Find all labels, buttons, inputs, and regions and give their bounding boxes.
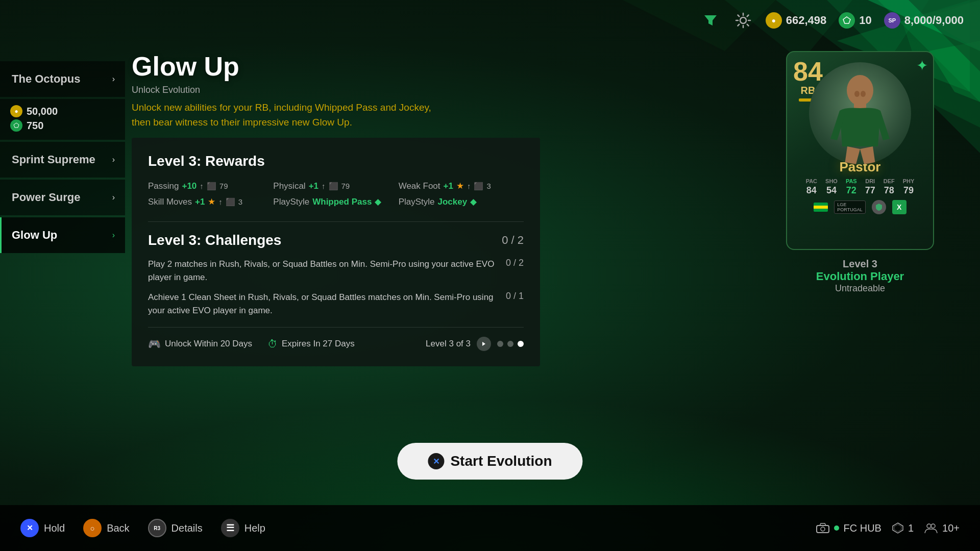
sidebar-item-power[interactable]: Power Surge › — [0, 180, 125, 215]
sidebar-costs: ● 50,000 750 — [0, 99, 125, 140]
nav-players: 10+ — [942, 522, 960, 534]
sidebar-item-glowup[interactable]: Glow Up › — [0, 217, 125, 253]
hud-currency-2: 10 — [839, 12, 871, 29]
main-content-header: Glow Up Unlock Evolution Unlock new abil… — [132, 51, 439, 130]
nav-count-wrap: 1 — [892, 522, 914, 534]
reward-physical: Physical +1 ↑ ⬛ 79 — [273, 181, 398, 191]
challenge-2: Achieve 1 Clean Sheet in Rush, Rivals, o… — [148, 291, 524, 317]
reward-passing: Passing +10 ↑ ⬛ 79 — [148, 181, 273, 191]
level-nav: Level 3 of 3 — [426, 337, 524, 351]
menu-button[interactable]: ☰ — [221, 519, 239, 537]
card-stats: PAC 84 SHO 54 PAS 72 DRI 77 DEF 78 PHY 7… — [801, 178, 920, 196]
x-button[interactable]: ✕ — [20, 519, 39, 537]
nav-players-wrap: 10+ — [924, 522, 960, 534]
stat-def: DEF 78 — [884, 178, 895, 196]
club-badge: LGEPORTUGAL — [834, 201, 865, 214]
start-evolution-button[interactable]: ✕ Start Evolution — [397, 443, 582, 480]
cost-token-value: 750 — [27, 120, 43, 132]
card-level-info: Level 3 Evolution Player Untradeable — [816, 258, 904, 294]
svg-point-12 — [740, 17, 746, 23]
hud-currency-1: ● 662,498 — [766, 12, 827, 29]
reward-skillmoves: Skill Moves +1 ★ ↑ ⬛ 3 — [148, 196, 273, 207]
level-dots — [497, 341, 524, 347]
challenges-header: Level 3: Challenges 0 / 2 — [148, 232, 524, 248]
evo-star-icon: ✦ — [916, 57, 928, 74]
cost-coin-icon: ● — [10, 105, 22, 117]
back-label: Back — [107, 522, 129, 534]
expires-days-text: Expires In 27 Days — [282, 339, 355, 349]
svg-point-19 — [861, 91, 866, 97]
footer-info: 🎮 Unlock Within 20 Days ⏱ Expires In 27 … — [148, 338, 355, 350]
evo-badge-icon: X — [892, 200, 906, 214]
r3-button[interactable]: R3 — [148, 519, 166, 537]
start-evolution-label: Start Evolution — [450, 453, 552, 469]
nav-back: ○ Back — [83, 519, 129, 537]
divider — [148, 221, 524, 222]
svg-point-21 — [821, 527, 825, 531]
expires-icon: ⏱ — [267, 338, 278, 350]
green-dot — [834, 525, 839, 531]
player-photo-bg — [809, 62, 911, 164]
stat-pac: PAC 84 — [806, 178, 817, 196]
unlock-days: 🎮 Unlock Within 20 Days — [148, 338, 252, 350]
level-dot-1[interactable] — [497, 341, 503, 347]
svg-point-25 — [931, 524, 935, 528]
hold-label: Hold — [44, 522, 65, 534]
stat-phy: PHY 79 — [903, 178, 915, 196]
stat-sho: SHO 54 — [825, 178, 838, 196]
rewards-title: Level 3: Rewards — [148, 153, 524, 169]
nav-help: ☰ Help — [221, 519, 265, 537]
details-label: Details — [172, 522, 203, 534]
level-nav-btn[interactable] — [477, 337, 491, 351]
shield-icon — [872, 200, 886, 214]
level-dot-2[interactable] — [507, 341, 513, 347]
fc-hub-wrap[interactable]: FC HUB — [816, 522, 881, 534]
sidebar-item-label: Glow Up — [12, 229, 57, 242]
circle-button[interactable]: ○ — [83, 519, 102, 537]
reward-weakfoot: Weak Foot +1 ★ ↑ ⬛ 3 — [399, 181, 524, 191]
sidebar-item-octopus[interactable]: The Octopus › — [0, 61, 125, 97]
unlock-icon: 🎮 — [148, 338, 161, 350]
top-hud: ● 662,498 10 SP 8,000/9,000 — [700, 0, 980, 41]
card-level-sub: Untradeable — [816, 283, 904, 294]
challenge-2-text: Achieve 1 Clean Sheet in Rush, Rivals, o… — [148, 291, 495, 317]
challenge-1-text: Play 2 matches in Rush, Rivals, or Squad… — [148, 258, 495, 284]
stat-pas: PAS 72 — [846, 178, 857, 196]
sidebar-arrow: › — [112, 74, 115, 84]
nav-details: R3 Details — [148, 519, 203, 537]
sidebar-arrow: › — [112, 155, 115, 164]
svg-marker-11 — [704, 15, 717, 26]
cost-token-icon — [10, 119, 22, 132]
sidebar-item-label: Power Surge — [12, 191, 80, 204]
filter-icon[interactable] — [700, 10, 721, 31]
fc-hub-label: FC HUB — [843, 522, 881, 534]
rewards-panel: Level 3: Rewards Passing +10 ↑ ⬛ 79 Phys… — [132, 138, 540, 366]
coin-icon: ● — [766, 12, 782, 29]
challenge-2-progress: 0 / 1 — [506, 291, 524, 302]
cost-row-token: 750 — [10, 119, 115, 132]
page-subtitle: Unlock Evolution — [132, 85, 439, 95]
hud-currency-sp: SP 8,000/9,000 — [884, 12, 964, 29]
cost-coin-value: 50,000 — [27, 106, 58, 117]
settings-icon[interactable] — [733, 10, 753, 31]
svg-point-24 — [927, 524, 931, 528]
sidebar: The Octopus › ● 50,000 750 Sprint Suprem… — [0, 61, 125, 253]
flag-brazil — [814, 203, 828, 212]
coin-value: 662,498 — [786, 14, 827, 27]
svg-rect-20 — [817, 525, 829, 533]
panel-footer: 🎮 Unlock Within 20 Days ⏱ Expires In 27 … — [148, 327, 524, 351]
level-dot-3[interactable] — [518, 341, 524, 347]
stat-dri: DRI 77 — [865, 178, 875, 196]
nav-count: 1 — [908, 522, 914, 534]
help-label: Help — [244, 522, 265, 534]
nav-hold: ✕ Hold — [20, 519, 65, 537]
svg-marker-15 — [482, 342, 485, 346]
x-button-icon: ✕ — [428, 453, 444, 469]
player-card: 84 RB ✦ — [786, 51, 934, 250]
challenge-1-progress: 0 / 2 — [506, 258, 524, 268]
sidebar-item-sprint[interactable]: Sprint Supreme › — [0, 142, 125, 178]
reward-playstyle-whipped: PlayStyle Whipped Pass ◆ — [273, 196, 398, 207]
unlock-days-text: Unlock Within 20 Days — [165, 339, 252, 349]
sp-icon: SP — [884, 12, 900, 29]
svg-point-18 — [854, 91, 860, 97]
